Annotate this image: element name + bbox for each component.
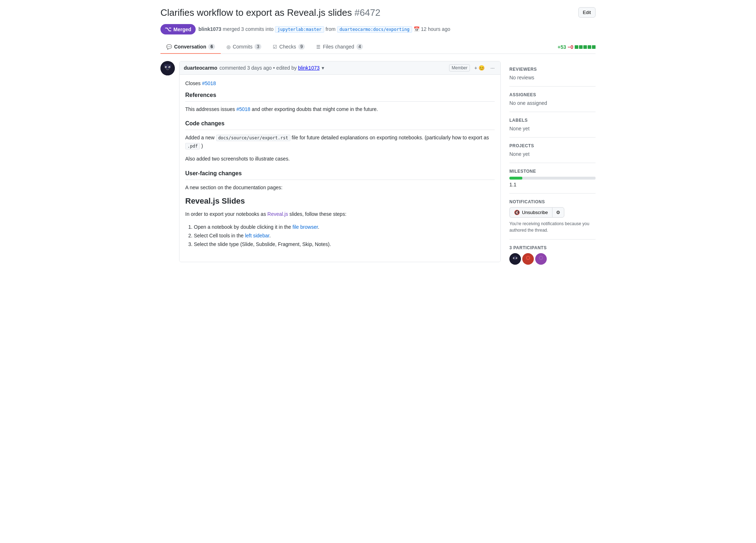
pr-title-text: Clarifies workflow to export as Reveal.j… [160, 7, 352, 18]
closes-line: Closes #5018 [185, 80, 495, 86]
references-heading: References [185, 92, 495, 102]
tab-conversation[interactable]: 💬 Conversation 6 [160, 40, 221, 54]
comment-box: duarteocarmo commented 3 days ago • edit… [160, 61, 501, 262]
role-badge: Member [449, 64, 470, 71]
content-area: duarteocarmo commented 3 days ago • edit… [160, 61, 501, 270]
diff-seg-1 [575, 45, 578, 49]
file-browser-link[interactable]: file browser [293, 224, 318, 230]
diff-seg-4 [588, 45, 591, 49]
chevron-down-icon[interactable]: ▾ [322, 65, 324, 71]
files-changed-count: 4 [356, 44, 363, 50]
closes-issue-link[interactable]: #5018 [202, 80, 216, 86]
labels-section: Labels None yet [509, 112, 596, 138]
source-branch[interactable]: jupyterlab:master [275, 26, 324, 33]
additions-stat: +53 [557, 44, 566, 50]
notification-buttons: 🔇 Unsubscribe ⚙ [509, 207, 596, 218]
pr-tabs: 💬 Conversation 6 ◎ Commits 3 ☑ Checks 9 … [160, 40, 596, 54]
participants-section: 3 participants [509, 240, 596, 270]
diff-seg-2 [579, 45, 583, 49]
diff-stats: +53 −0 [557, 44, 596, 50]
projects-section: Projects None yet [509, 138, 596, 163]
user-facing-section: User-facing changes A new section on the… [185, 170, 495, 249]
svg-point-13 [517, 258, 517, 259]
participants-heading: 3 participants [509, 245, 596, 250]
conversation-icon: 💬 [166, 44, 172, 50]
milestone-label: 1.1 [509, 182, 596, 187]
user-facing-intro: A new section on the documentation pages… [185, 184, 495, 191]
more-options-button[interactable]: ··· [489, 64, 496, 71]
milestone-progress-bar [509, 177, 596, 180]
svg-point-19 [540, 257, 542, 259]
tab-commits[interactable]: ◎ Commits 3 [221, 40, 267, 54]
edit-button[interactable]: Edit [578, 7, 596, 18]
tab-files-changed[interactable]: ☰ Files changed 4 [311, 40, 369, 54]
diff-bar [575, 45, 596, 49]
conversation-label: Conversation [174, 44, 206, 50]
svg-point-16 [527, 257, 529, 259]
participant-avatar-1[interactable] [509, 253, 521, 265]
diff-seg-3 [583, 45, 587, 49]
target-branch[interactable]: duarteocarmo:docs/exporting [337, 26, 412, 33]
reviewers-heading: Reviewers [509, 67, 596, 72]
notification-settings-button[interactable]: ⚙ [552, 207, 564, 218]
list-item: Select the slide type (Slide, Subslide, … [194, 240, 495, 249]
commenter-avatar [160, 61, 175, 75]
pdf-code: .pdf [185, 143, 200, 149]
milestone-section: Milestone 1.1 [509, 163, 596, 194]
pr-meta: blink1073 merged 3 commits into jupyterl… [199, 26, 450, 33]
revealjs-subheading: Reveal.js Slides [185, 196, 495, 206]
files-changed-icon: ☰ [316, 44, 321, 50]
participants-avatars [509, 253, 596, 265]
merge-icon: ⌥ [165, 26, 171, 33]
reaction-button[interactable]: + 😊 [473, 64, 486, 71]
diff-seg-5 [592, 45, 596, 49]
comment-header-right: Member + 😊 ··· [449, 64, 496, 71]
code-changes-text: Added a new docs/source/user/export.rst … [185, 134, 495, 150]
revealjs-link[interactable]: Reveal.js [267, 211, 288, 217]
commits-count: 3 [255, 44, 261, 50]
tab-checks[interactable]: ☑ Checks 9 [267, 40, 311, 54]
labels-heading: Labels [509, 118, 596, 123]
reviewers-value: No reviews [509, 75, 596, 80]
issue-5018-link[interactable]: #5018 [236, 106, 250, 112]
participant-avatar-3[interactable] [535, 253, 547, 265]
left-sidebar-link[interactable]: left sidebar [245, 233, 269, 238]
checks-count: 9 [298, 44, 305, 50]
conversation-count: 6 [208, 44, 215, 50]
reviewers-section: Reviewers No reviews [509, 61, 596, 87]
files-changed-label: Files changed [323, 44, 354, 50]
references-section: References This addresses issues #5018 a… [185, 92, 495, 113]
svg-point-12 [514, 258, 514, 259]
pr-author: blink1073 [199, 26, 221, 32]
commits-icon: ◎ [227, 44, 230, 50]
pr-title: Clarifies workflow to export as Reveal.j… [160, 7, 573, 18]
code-changes-section: Code changes Added a new docs/source/use… [185, 120, 495, 163]
projects-heading: Projects [509, 143, 596, 148]
checks-icon: ☑ [273, 44, 277, 50]
comment-header-left: duarteocarmo commented 3 days ago • edit… [184, 65, 324, 71]
participant-avatar-2[interactable] [522, 253, 534, 265]
steps-list: Open a notebook by double clicking it in… [185, 223, 495, 249]
unsubscribe-button[interactable]: 🔇 Unsubscribe [509, 207, 552, 218]
user-facing-heading: User-facing changes [185, 170, 495, 180]
commits-label: Commits [233, 44, 252, 50]
bell-mute-icon: 🔇 [514, 210, 520, 215]
pr-status-bar: ⌥ Merged blink1073 merged 3 commits into… [160, 24, 596, 34]
settings-icon: ⚙ [556, 210, 560, 215]
sidebar: Reviewers No reviews Assignees No one as… [509, 61, 596, 270]
screenshots-text: Also added two screenshots to illustrate… [185, 155, 495, 163]
list-item: Open a notebook by double clicking it in… [194, 223, 495, 232]
labels-value: None yet [509, 126, 596, 131]
avatar-image [160, 61, 175, 75]
pr-number: #6472 [354, 7, 380, 18]
comment-author[interactable]: duarteocarmo [184, 65, 217, 71]
assignees-heading: Assignees [509, 92, 596, 97]
unsubscribe-label: Unsubscribe [522, 210, 548, 215]
projects-value: None yet [509, 151, 596, 157]
milestone-heading: Milestone [509, 169, 596, 174]
code-changes-heading: Code changes [185, 120, 495, 130]
notifications-heading: Notifications [509, 199, 596, 204]
notification-description: You're receiving notifications because y… [509, 221, 596, 233]
merged-badge: ⌥ Merged [160, 24, 196, 34]
editor-link[interactable]: blink1073 [298, 65, 319, 71]
